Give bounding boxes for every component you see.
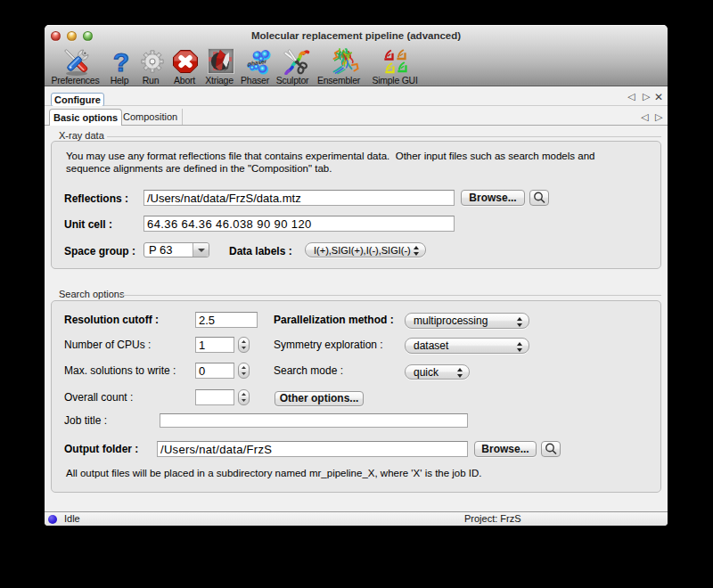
svg-text:?: ? — [113, 50, 129, 75]
